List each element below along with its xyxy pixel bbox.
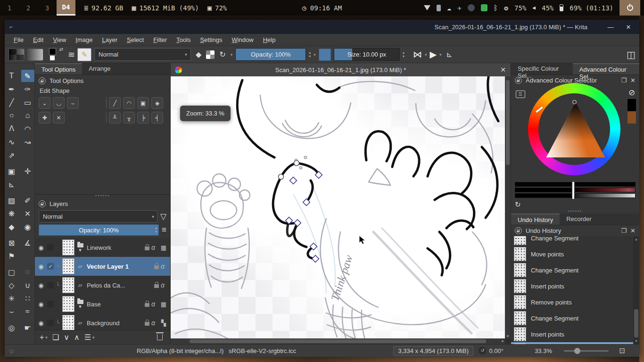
chevron-down-icon[interactable]: ▾ bbox=[425, 52, 427, 57]
hue-ring[interactable] bbox=[528, 83, 620, 175]
polygon-tool[interactable]: ⌂ bbox=[21, 109, 34, 122]
tab-undo-history[interactable]: Undo History bbox=[511, 214, 560, 225]
visibility-eye-icon[interactable]: ◉ bbox=[37, 320, 45, 327]
canvas-rotation[interactable]: ↺ 0.00° bbox=[479, 347, 504, 354]
bluetooth-icon[interactable]: ᛒ bbox=[494, 4, 498, 12]
discord-icon[interactable] bbox=[468, 4, 475, 11]
calligraphy-tool[interactable]: ✒ bbox=[5, 83, 18, 95]
gradient-preset-2-button[interactable] bbox=[27, 49, 43, 61]
menu-settings[interactable]: Settings bbox=[196, 35, 226, 45]
fill-tool[interactable]: ◆ bbox=[5, 221, 18, 233]
layer-opacity-slider[interactable]: Opacity: 100% ▴▾ bbox=[39, 224, 159, 236]
opacity-spinner[interactable]: ▴▾ bbox=[309, 51, 311, 58]
remove-point-button[interactable]: ✕ bbox=[53, 112, 65, 123]
break-segment-button[interactable]: ╥ bbox=[123, 112, 135, 123]
layer-opacity-spinner[interactable]: ▴▾ bbox=[155, 227, 157, 233]
menu-file[interactable]: File bbox=[9, 35, 28, 45]
menu-tools[interactable]: Tools bbox=[172, 35, 195, 45]
lock-icon[interactable] bbox=[39, 77, 46, 84]
layer-checkbox[interactable]: ✓ bbox=[47, 263, 54, 270]
messenger-app-icon[interactable] bbox=[481, 4, 487, 11]
mirror-horizontal-icon[interactable]: ▶ bbox=[429, 49, 437, 60]
workspace-2[interactable]: 2 bbox=[19, 0, 38, 16]
delete-layer-button[interactable] bbox=[157, 334, 163, 340]
dynamic-brush-tool[interactable]: ↝ bbox=[21, 136, 34, 148]
wifi-icon[interactable] bbox=[424, 5, 430, 10]
eraser-mode-icon[interactable]: ◆ bbox=[194, 50, 203, 59]
fg-bg-color-swatch[interactable]: ⇄ bbox=[49, 48, 62, 61]
alpha-icon[interactable]: α bbox=[151, 244, 158, 251]
chevron-down-icon[interactable]: ▾ bbox=[314, 52, 316, 57]
move-layer-up-button[interactable]: ∧ bbox=[74, 333, 80, 342]
undo-scrollbar[interactable]: ▴ ▾ bbox=[633, 236, 639, 344]
rectangle-tool[interactable]: ▭ bbox=[21, 96, 34, 108]
brush-preset-thumbnail[interactable]: ✎ bbox=[77, 48, 91, 61]
visibility-eye-icon[interactable]: ◉ bbox=[37, 282, 45, 289]
layer-checkbox[interactable] bbox=[47, 301, 54, 307]
layer-checkbox[interactable] bbox=[47, 282, 54, 288]
scrollbar-thumb[interactable] bbox=[506, 80, 510, 165]
panel-splitter[interactable]: •••••• bbox=[35, 195, 170, 198]
move-tool[interactable]: ✛ bbox=[21, 165, 34, 177]
brush-presets-icon[interactable]: ≋ bbox=[68, 49, 74, 60]
reference-images-tool[interactable]: ⚑ bbox=[5, 250, 18, 262]
smooth-point-button[interactable]: ◡ bbox=[53, 97, 65, 109]
segment-to-line-button[interactable]: ╱ bbox=[109, 97, 121, 109]
workspace-1[interactable]: 1 bbox=[0, 0, 19, 16]
magnetic-select-tool[interactable]: ≈ bbox=[21, 305, 34, 318]
lock-icon[interactable] bbox=[515, 77, 522, 84]
lock-icon[interactable] bbox=[154, 265, 159, 269]
menu-edit[interactable]: Edit bbox=[29, 35, 48, 45]
undo-item[interactable]: Insert points bbox=[511, 326, 639, 342]
layer-checkbox[interactable] bbox=[47, 244, 54, 251]
workspace-3[interactable]: 3 bbox=[38, 0, 57, 16]
selection-status-icon[interactable]: ◌ bbox=[9, 347, 14, 355]
workspace-chooser-icon[interactable]: ◫ bbox=[627, 49, 636, 60]
edit-shapes-tool[interactable]: ✎ bbox=[21, 70, 34, 82]
scrollbar-thumb[interactable] bbox=[190, 339, 486, 343]
bezier-curve-tool[interactable]: ◠ bbox=[21, 123, 34, 135]
minimize-button[interactable]: — bbox=[602, 20, 619, 34]
canvas-titlebar[interactable]: Scan_2026-01-16_06-16-21_1.jpg (173.0 Mi… bbox=[171, 63, 511, 76]
float-dock-icon[interactable]: ❐ bbox=[621, 77, 627, 84]
layer-row-background[interactable]: ◉ └ ▱ Background α ▚ bbox=[35, 313, 170, 330]
visibility-eye-icon[interactable]: ◉ bbox=[37, 301, 45, 308]
scroll-right-icon[interactable]: ▸ bbox=[502, 338, 504, 343]
multibrush-tool[interactable]: ⇗ bbox=[5, 149, 18, 161]
window-titlebar[interactable]: ⌐ Scan_2026-01-16_06-16-21_1.jpg (173.0 … bbox=[5, 20, 639, 34]
alpha-icon[interactable]: α bbox=[151, 319, 158, 327]
undo-item[interactable]: Move points bbox=[511, 246, 639, 262]
similar-select-tool[interactable]: ∷ bbox=[21, 292, 34, 304]
refresh-color-history-icon[interactable]: ↻ bbox=[515, 200, 521, 208]
background-checker-icon[interactable]: ▚ bbox=[160, 320, 167, 327]
polyline-tool[interactable]: Λ bbox=[5, 123, 18, 135]
panel-splitter[interactable]: •••••• bbox=[511, 210, 639, 214]
duplicate-layer-button[interactable]: ❏ bbox=[52, 333, 59, 342]
scroll-up-icon[interactable]: ▴ bbox=[633, 237, 639, 241]
layer-options-icon[interactable]: ≡ bbox=[162, 225, 166, 235]
chevron-down-icon[interactable]: ▾ bbox=[231, 52, 233, 57]
insert-point-button[interactable]: ✚ bbox=[39, 112, 50, 123]
swatch-brown[interactable] bbox=[627, 111, 636, 123]
menu-filter[interactable]: Filter bbox=[149, 35, 171, 45]
close-dock-icon[interactable]: ✕ bbox=[630, 227, 636, 234]
zoom-slider-thumb[interactable] bbox=[574, 348, 580, 354]
menu-layer[interactable]: Layer bbox=[98, 35, 122, 45]
layer-styles-icon[interactable]: ▦ bbox=[160, 244, 167, 251]
power-button[interactable] bbox=[619, 0, 640, 16]
mirror-vertical-icon[interactable]: ⋈ bbox=[413, 49, 422, 60]
opacity-slider[interactable]: Opacity: 100% bbox=[235, 48, 306, 61]
visibility-eye-icon[interactable]: ◉ bbox=[37, 263, 45, 270]
color-sliders[interactable] bbox=[515, 182, 636, 199]
layer-styles-icon[interactable]: ▦ bbox=[160, 301, 167, 308]
freehand-path-tool[interactable]: ∿ bbox=[5, 136, 18, 148]
menu-window[interactable]: Window bbox=[227, 35, 257, 45]
gradient-tool[interactable]: ▨ bbox=[5, 194, 18, 206]
swatch-black[interactable] bbox=[627, 99, 636, 111]
polygon-select-tool[interactable]: ◇ bbox=[5, 279, 18, 291]
float-dock-icon[interactable]: ❐ bbox=[621, 227, 627, 234]
menu-image[interactable]: Image bbox=[71, 35, 97, 45]
magic-wand-select-tool[interactable]: ✳ bbox=[5, 292, 18, 304]
tab-tool-options[interactable]: Tool Options bbox=[35, 63, 82, 74]
lock-icon[interactable] bbox=[145, 303, 149, 307]
